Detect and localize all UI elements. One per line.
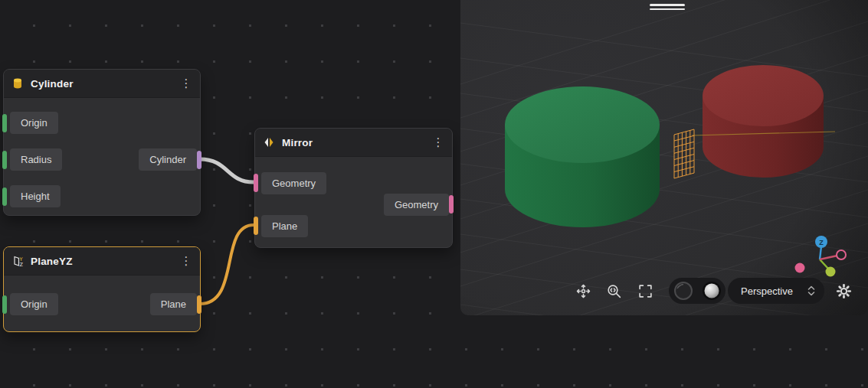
shading-wireframe-icon[interactable] (673, 281, 693, 301)
output-cylinder[interactable]: Cylinder (139, 148, 197, 171)
node-title: Mirror (282, 137, 425, 148)
node-title: Cylinder (31, 78, 173, 90)
svg-text:Z: Z (20, 262, 24, 268)
node-planeyz[interactable]: Y Z PlaneYZ ⋮ Origin Plane (3, 246, 201, 332)
node-cylinder-header[interactable]: Cylinder ⋮ (4, 70, 200, 98)
node-menu-button[interactable]: ⋮ (180, 77, 192, 90)
wire-planeyz-to-mirror-plane[interactable] (200, 225, 254, 304)
input-geometry[interactable]: Geometry (261, 172, 326, 194)
input-height[interactable]: Height (10, 185, 61, 207)
zoom-extents-icon (606, 283, 622, 299)
zoom-extents-button[interactable] (605, 282, 622, 299)
socket-geometry-out[interactable] (449, 195, 454, 214)
cylinder-icon (11, 77, 24, 90)
settings-gear-icon (836, 283, 852, 299)
fullscreen-button[interactable] (637, 282, 653, 299)
node-menu-button[interactable]: ⋮ (432, 136, 444, 148)
chevron-up-down-icon (807, 285, 815, 296)
viewport-3d[interactable]: Z (460, 0, 868, 315)
node-mirror[interactable]: Mirror ⋮ Geometry Geometry Plane (254, 128, 453, 248)
input-origin[interactable]: Origin (10, 112, 58, 134)
shading-shaded-icon[interactable] (702, 281, 722, 301)
socket-height-in[interactable] (2, 187, 7, 206)
node-title: PlaneYZ (31, 256, 173, 267)
gizmo-neg-x-axis-ball[interactable] (795, 263, 805, 273)
shading-toggle-group (669, 278, 726, 304)
planeyz-icon: Y Z (11, 255, 24, 267)
socket-radius-in[interactable] (2, 151, 7, 169)
socket-plane-out[interactable] (197, 295, 201, 314)
input-origin[interactable]: Origin (10, 293, 58, 315)
node-mirror-header[interactable]: Mirror ⋮ (255, 129, 452, 157)
projection-dropdown[interactable]: Perspective (728, 278, 824, 304)
pan-tool-button[interactable] (575, 282, 591, 299)
gizmo-y-axis-ball[interactable] (826, 267, 836, 277)
input-plane[interactable]: Plane (261, 215, 308, 237)
node-cylinder[interactable]: Cylinder ⋮ Origin Radius Height Cylinder (3, 69, 201, 216)
socket-plane-in[interactable] (254, 217, 258, 235)
node-menu-button[interactable]: ⋮ (180, 255, 192, 267)
input-radius[interactable]: Radius (10, 148, 62, 171)
wire-cylinder-to-mirror-geometry[interactable] (200, 159, 254, 182)
drag-line (650, 8, 685, 11)
projection-label: Perspective (741, 285, 807, 297)
pan-tool-icon (575, 283, 591, 299)
app: Cylinder ⋮ Origin Radius Height Cylinder… (0, 0, 868, 388)
fullscreen-icon (637, 283, 653, 299)
socket-origin-in[interactable] (2, 295, 7, 314)
viewport-vignette (460, 0, 868, 315)
gizmo-z-label: Z (819, 239, 824, 246)
viewport-scene: Z (460, 0, 868, 315)
node-planeyz-header[interactable]: Y Z PlaneYZ ⋮ (4, 247, 200, 276)
drag-line (650, 4, 685, 6)
viewport-drag-handle[interactable] (650, 4, 685, 12)
socket-cylinder-out[interactable] (197, 151, 201, 169)
output-plane[interactable]: Plane (150, 293, 197, 315)
mirror-icon (263, 136, 275, 148)
socket-geometry-in[interactable] (254, 174, 258, 192)
socket-origin-in[interactable] (2, 114, 7, 132)
output-geometry[interactable]: Geometry (384, 194, 449, 216)
settings-button[interactable] (835, 282, 852, 299)
